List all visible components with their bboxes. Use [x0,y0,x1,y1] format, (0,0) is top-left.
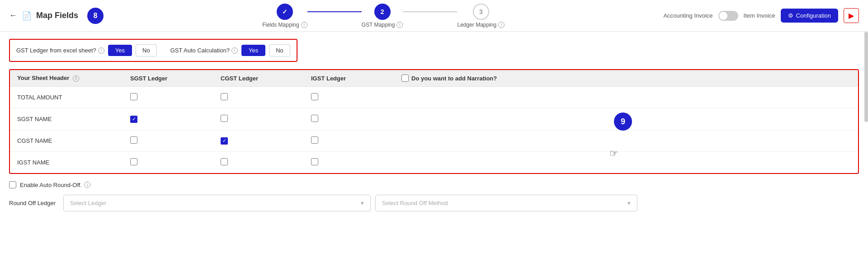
accounting-toggle[interactable] [718,11,738,21]
gst-auto-label: GST Auto Calculation? i [170,47,238,54]
gst-ledger-no-button[interactable]: No [136,44,157,56]
row-sgst-3 [123,152,213,173]
cgst-cb-0[interactable] [221,93,228,100]
step-3-info-icon[interactable]: i [498,22,505,28]
step-3-circle[interactable]: 3 [473,4,489,20]
gst-auto-info-icon[interactable]: i [231,47,238,54]
gst-options-row: GST Ledger from excel sheet? i Yes No GS… [9,39,297,62]
row-name-1: SGST NAME [10,108,123,130]
select-method-dropdown[interactable]: Select Round Off Method ▾ [375,195,637,211]
gst-auto-no-button[interactable]: No [269,44,290,56]
gst-auto-group: GST Auto Calculation? i Yes No [170,44,290,56]
enable-auto-roundoff-label: Enable Auto Round-Off. i [20,182,90,188]
step-2-circle[interactable]: 2 [374,4,391,20]
gst-auto-yes-button[interactable]: Yes [241,45,265,56]
doc-icon: 📄 [22,11,32,21]
row-name-2: CGST NAME [10,130,123,152]
scrollbar[interactable] [864,32,868,122]
cgst-checked-2[interactable]: ✓ [221,137,228,145]
select-ledger-chevron: ▾ [361,200,364,206]
step-2: 2 GST Mapping i [362,4,403,28]
ledger-row: Round Off Ledger Select Ledger ▾ Select … [9,195,859,211]
steps-container: ✓ Fields Mapping i 2 GST Mapping i 3 Led… [104,4,663,28]
select-method-chevron: ▾ [627,200,631,206]
narration-header-checkbox[interactable] [401,75,409,82]
row-sgst-2 [123,130,213,152]
row-narration-2 [394,130,858,152]
row-narration-3 [394,152,858,173]
table-row: SGST NAME✓ [10,108,858,130]
igst-cb-1[interactable] [311,115,318,122]
table-row: TOTAL AMOUNT [10,87,858,108]
cgst-cb-1[interactable] [221,115,228,122]
igst-cb-3[interactable] [311,158,318,165]
configuration-button[interactable]: ⚙ Configuration [781,9,838,23]
step-2-label: GST Mapping i [362,22,403,28]
header: ← 📄 Map Fields 8 ✓ Fields Mapping i 2 GS… [0,0,868,32]
row-name-3: IGST NAME [10,152,123,173]
cursor-pointer-icon: ☞ [609,148,618,159]
back-button[interactable]: ← [9,11,17,20]
col-sgst: SGST Ledger [123,70,213,87]
cgst-cb-3[interactable] [221,158,228,165]
header-right: Accounting Invoice Item Invoice ⚙ Config… [663,8,859,23]
row-cgst-2: ✓ [213,130,304,152]
row-sgst-1: ✓ [123,108,213,130]
gst-ledger-group: GST Ledger from excel sheet? i Yes No [16,44,157,56]
header-left: ← 📄 Map Fields 8 [9,8,104,24]
row-narration-0 [394,87,858,108]
step-1-info-icon[interactable]: i [301,22,307,28]
table-row: IGST NAME [10,152,858,173]
gst-table: Your Sheet Header i SGST Ledger CGST Led… [10,70,858,173]
step-1: ✓ Fields Mapping i [262,4,307,28]
connector-2-3 [403,11,457,12]
gst-table-wrapper: Your Sheet Header i SGST Ledger CGST Led… [9,69,859,174]
content: GST Ledger from excel sheet? i Yes No GS… [0,32,868,219]
col-header: Your Sheet Header i [10,70,123,87]
col-narration: Do you want to add Narration? [394,70,858,87]
row-cgst-0 [213,87,304,108]
connector-1-2 [307,11,362,12]
enable-auto-roundoff-checkbox[interactable] [9,181,16,188]
step-badge-8: 8 [87,8,104,24]
col-header-info-icon[interactable]: i [73,75,79,82]
row-igst-1 [304,108,394,130]
col-cgst: CGST Ledger [213,70,304,87]
table-row: CGST NAME✓ [10,130,858,152]
step-1-circle[interactable]: ✓ [277,4,293,20]
row-sgst-0 [123,87,213,108]
item-invoice-label: Item Invoice [744,12,775,19]
step-2-info-icon[interactable]: i [396,22,403,28]
sgst-checked-1[interactable]: ✓ [130,116,137,123]
sgst-cb-3[interactable] [130,158,137,165]
row-cgst-3 [213,152,304,173]
youtube-button[interactable]: ▶ [844,8,859,23]
roundoff-info-icon[interactable]: i [84,182,90,188]
select-ledger-dropdown[interactable]: Select Ledger ▾ [63,195,371,211]
page-title: Map Fields [36,11,78,20]
roundoff-row: Enable Auto Round-Off. i [9,181,859,188]
accounting-invoice-label: Accounting Invoice [663,12,712,19]
gst-ledger-info-icon[interactable]: i [98,47,104,54]
select-ledger-placeholder: Select Ledger [70,200,106,206]
igst-cb-0[interactable] [311,93,318,100]
row-cgst-1 [213,108,304,130]
row-igst-0 [304,87,394,108]
gst-ledger-label: GST Ledger from excel sheet? i [16,47,104,54]
row-name-0: TOTAL AMOUNT [10,87,123,108]
step-badge-9: 9 [614,112,632,131]
step-3-label: Ledger Mapping i [457,22,505,28]
sgst-cb-0[interactable] [130,93,137,100]
youtube-icon: ▶ [849,11,854,20]
sgst-cb-2[interactable] [130,136,137,144]
row-igst-2 [304,130,394,152]
col-igst: IGST Ledger [304,70,394,87]
step-1-label: Fields Mapping i [262,22,307,28]
step-3: 3 Ledger Mapping i [457,4,505,28]
igst-cb-2[interactable] [311,136,318,144]
gst-ledger-yes-button[interactable]: Yes [108,45,132,56]
table-header-row: Your Sheet Header i SGST Ledger CGST Led… [10,70,858,87]
roundoff-ledger-label: Round Off Ledger [9,200,63,206]
gear-icon: ⚙ [788,12,793,19]
select-method-placeholder: Select Round Off Method [382,200,448,206]
